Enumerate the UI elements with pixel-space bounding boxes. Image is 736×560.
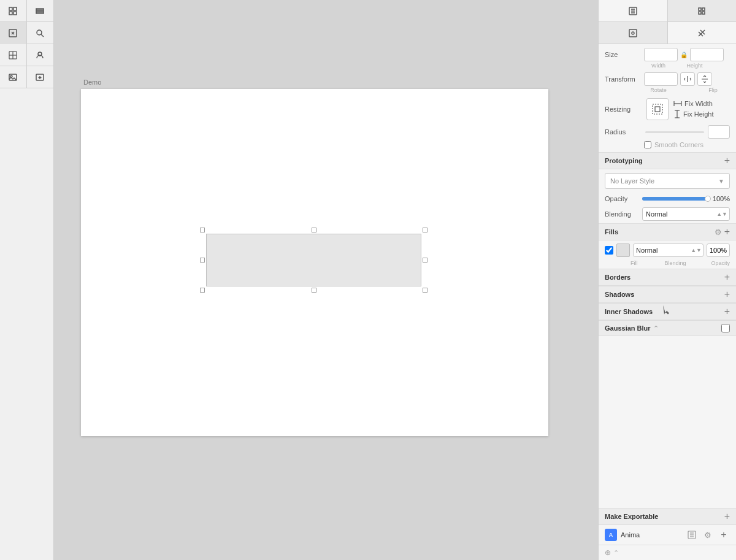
handle-tl[interactable] bbox=[200, 228, 205, 232]
handle-br[interactable] bbox=[423, 288, 427, 293]
bottom-icon: ⊕ bbox=[605, 548, 611, 557]
make-exportable-section-header[interactable]: Make Exportable + bbox=[599, 508, 736, 525]
svg-rect-3 bbox=[13, 12, 17, 15]
height-input[interactable]: 100 bbox=[690, 48, 724, 61]
inner-shadows-section-header[interactable]: Inner Shadows + bbox=[599, 303, 736, 320]
fix-width-label: Fix Width bbox=[684, 100, 713, 107]
toolbar-icon-export[interactable] bbox=[27, 44, 54, 66]
fill-color-swatch[interactable] bbox=[616, 244, 630, 257]
opacity-sub-label: Opacity bbox=[707, 260, 730, 266]
radius-label: Radius bbox=[605, 128, 642, 136]
resizing-label: Resizing bbox=[605, 105, 642, 113]
svg-rect-31 bbox=[702, 12, 705, 14]
anima-add-btn[interactable]: + bbox=[718, 529, 730, 541]
transform-label: Transform bbox=[605, 75, 642, 83]
transform-section: Transform 0° Rotate Flip bbox=[599, 70, 736, 94]
gaussian-blur-label: Gaussian Blur bbox=[605, 324, 651, 332]
radius-slider-track[interactable] bbox=[645, 131, 704, 133]
fix-height-label: Fix Height bbox=[683, 110, 714, 118]
gaussian-blur-checkbox[interactable] bbox=[721, 324, 730, 332]
rotate-sub-label: Rotate bbox=[642, 87, 675, 93]
shadows-add-btn[interactable]: + bbox=[724, 290, 730, 299]
make-exportable-add-btn[interactable]: + bbox=[724, 512, 730, 521]
fills-section-header[interactable]: Fills ⚙ + bbox=[599, 223, 736, 240]
borders-add-btn[interactable]: + bbox=[724, 272, 730, 282]
blending-select[interactable]: Normal Darken Multiply Lighten Screen Ov… bbox=[642, 207, 730, 221]
fill-opacity-input[interactable] bbox=[707, 244, 730, 257]
panel-tab-align[interactable] bbox=[599, 0, 668, 21]
opacity-section: Opacity 100% bbox=[599, 193, 736, 205]
handle-mr[interactable] bbox=[423, 258, 427, 263]
smooth-corners-section: Smooth Corners bbox=[599, 140, 736, 152]
radius-input[interactable]: 0 bbox=[708, 125, 730, 139]
anima-settings-btn[interactable]: ⚙ bbox=[702, 529, 714, 541]
prototyping-add-btn[interactable]: + bbox=[724, 156, 730, 166]
handle-bl[interactable] bbox=[200, 288, 205, 293]
flip-horizontal-btn[interactable] bbox=[680, 72, 695, 86]
artboard bbox=[81, 89, 548, 436]
fills-settings-icon[interactable]: ⚙ bbox=[715, 228, 722, 237]
smooth-corners-checkbox[interactable] bbox=[644, 141, 651, 148]
rotate-input[interactable]: 0° bbox=[644, 72, 678, 86]
toolbar-icon-layers[interactable] bbox=[27, 0, 54, 22]
shadows-label: Shadows bbox=[605, 291, 634, 298]
handle-ml[interactable] bbox=[200, 258, 205, 263]
width-input[interactable]: 375 bbox=[644, 48, 678, 61]
inner-shadows-label: Inner Shadows bbox=[605, 308, 653, 315]
width-sub-label: Width bbox=[642, 63, 675, 69]
prototyping-label: Prototyping bbox=[605, 157, 643, 164]
anima-layers-btn[interactable] bbox=[686, 529, 698, 541]
toolbar-icon-add-image[interactable] bbox=[27, 66, 54, 88]
svg-rect-2 bbox=[9, 12, 12, 15]
selected-element-container[interactable] bbox=[202, 230, 425, 290]
anima-label: Anima bbox=[621, 531, 682, 539]
layer-style-arrow: ▼ bbox=[718, 178, 724, 185]
borders-section-header[interactable]: Borders + bbox=[599, 269, 736, 286]
resizing-diagram[interactable] bbox=[646, 98, 669, 120]
borders-label: Borders bbox=[605, 274, 631, 281]
handle-bc[interactable] bbox=[312, 288, 316, 293]
fill-blending-select[interactable]: Normal bbox=[633, 244, 703, 257]
opacity-value: 100% bbox=[711, 195, 730, 202]
handle-tc[interactable] bbox=[312, 228, 316, 232]
svg-point-33 bbox=[632, 32, 634, 34]
size-label: Size bbox=[605, 51, 642, 58]
panel-icon-magic[interactable] bbox=[668, 22, 737, 44]
gaussian-blur-stepper[interactable]: ⌃ bbox=[653, 324, 659, 332]
smooth-corners-label: Smooth Corners bbox=[654, 141, 703, 148]
fix-width-option[interactable]: Fix Width bbox=[673, 100, 714, 107]
selected-rectangle[interactable] bbox=[206, 234, 421, 286]
gaussian-blur-section: Gaussian Blur ⌃ bbox=[599, 320, 736, 336]
fill-checkbox[interactable] bbox=[605, 246, 613, 255]
toolbar-icon-select[interactable] bbox=[0, 22, 27, 44]
toolbar-icon-grid[interactable] bbox=[0, 0, 27, 22]
layer-style-value: No Layer Style bbox=[610, 177, 654, 185]
artboard-label: Demo bbox=[83, 79, 101, 86]
resizing-section: Resizing Fix Width bbox=[599, 94, 736, 123]
svg-rect-34 bbox=[653, 104, 662, 114]
handle-tr[interactable] bbox=[423, 228, 427, 232]
opacity-slider[interactable] bbox=[642, 197, 708, 201]
fills-label: Fills bbox=[605, 228, 618, 236]
toolbar-icon-photo[interactable] bbox=[0, 66, 27, 88]
svg-rect-28 bbox=[699, 8, 701, 10]
flip-vertical-btn[interactable] bbox=[697, 72, 712, 86]
prototyping-section-header[interactable]: Prototyping + bbox=[599, 152, 736, 169]
svg-rect-30 bbox=[699, 12, 701, 14]
fill-item: Normal ▲▼ bbox=[599, 240, 736, 260]
fix-height-option[interactable]: Fix Height bbox=[673, 110, 714, 118]
toolbar-icon-zoom[interactable] bbox=[27, 22, 54, 44]
shadows-section-header[interactable]: Shadows + bbox=[599, 286, 736, 303]
toolbar-icon-grid2[interactable] bbox=[0, 44, 27, 66]
right-panel: Size 375 🔒 100 Width Height Transform 0° bbox=[598, 0, 736, 560]
svg-rect-0 bbox=[9, 7, 12, 10]
make-exportable-label: Make Exportable bbox=[605, 513, 658, 520]
layer-style-dropdown[interactable]: No Layer Style ▼ bbox=[605, 173, 730, 189]
anima-icon: A bbox=[605, 529, 617, 541]
panel-tab-appearance[interactable] bbox=[668, 0, 737, 21]
inner-shadows-add-btn[interactable]: + bbox=[724, 307, 730, 316]
svg-rect-5 bbox=[36, 10, 44, 12]
svg-rect-4 bbox=[36, 9, 44, 10]
fills-add-btn[interactable]: + bbox=[724, 227, 730, 237]
panel-icon-transform[interactable] bbox=[599, 22, 668, 44]
